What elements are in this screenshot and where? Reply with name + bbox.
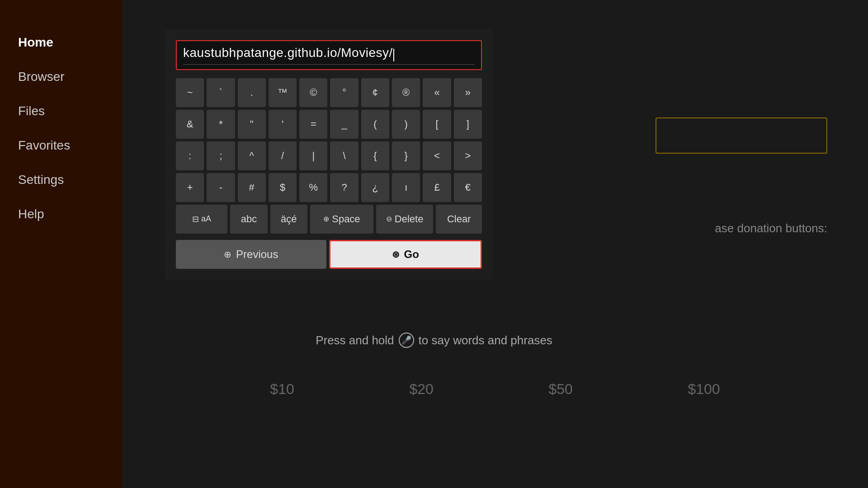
space-icon: ⊕ — [323, 215, 329, 223]
sidebar-item-home[interactable]: Home — [18, 27, 104, 58]
sidebar-item-settings[interactable]: Settings — [18, 164, 104, 195]
key-rbrace[interactable]: } — [392, 141, 420, 170]
key-slash[interactable]: / — [269, 141, 297, 170]
key-underscore[interactable]: _ — [330, 110, 358, 139]
key-lparen[interactable]: ( — [361, 110, 389, 139]
sidebar-item-help[interactable]: Help — [18, 199, 104, 230]
abc-key[interactable]: abc — [230, 205, 267, 234]
amount-100: $100 — [688, 381, 720, 398]
key-rbracket[interactable]: ] — [454, 110, 482, 139]
url-input-text: kaustubhpatange.github.io/Moviesy/ — [183, 46, 393, 60]
key-lbrace[interactable]: { — [361, 141, 389, 170]
url-input-container[interactable]: kaustubhpatange.github.io/Moviesy/ — [176, 40, 482, 70]
keyboard-area: ~ ` . ™ © ° ¢ ® « » & * " ' = _ ( ) [ ] … — [176, 78, 482, 269]
key-degree[interactable]: ° — [330, 78, 358, 107]
amount-20: $20 — [409, 381, 433, 398]
key-plus[interactable]: + — [176, 173, 204, 202]
keyboard-function-row: ⊟ aA abc äçé ⊕ Space ⊖ Delete Clear — [176, 205, 482, 234]
key-colon[interactable]: : — [176, 141, 204, 170]
donation-amounts: $10 $20 $50 $100 — [122, 381, 868, 398]
layout-switch-key[interactable]: ⊟ aA — [176, 205, 227, 234]
cursor — [393, 49, 394, 61]
mic-icon: 🎤 — [399, 333, 414, 348]
hint-box — [656, 117, 827, 154]
layout-label: aA — [201, 214, 211, 224]
key-guillemet-left[interactable]: « — [423, 78, 451, 107]
sidebar-item-browser[interactable]: Browser — [18, 61, 104, 92]
donate-text: ase donation buttons: — [715, 221, 827, 235]
abc-label: abc — [241, 213, 257, 225]
key-invquestion[interactable]: ¿ — [361, 173, 389, 202]
keyboard-row-2: & * " ' = _ ( ) [ ] — [176, 110, 482, 139]
key-period[interactable]: . — [238, 78, 266, 107]
space-key[interactable]: ⊕ Space — [310, 205, 373, 234]
key-copyright[interactable]: © — [299, 78, 327, 107]
key-ampersand[interactable]: & — [176, 110, 204, 139]
delete-label: Delete — [395, 213, 424, 225]
amount-10: $10 — [270, 381, 294, 398]
key-tm[interactable]: ™ — [269, 78, 297, 107]
key-hash[interactable]: # — [238, 173, 266, 202]
amount-50: $50 — [548, 381, 572, 398]
key-lt[interactable]: < — [423, 141, 451, 170]
hint-bar: Press and hold 🎤 to say words and phrase… — [0, 333, 868, 348]
key-pipe[interactable]: | — [299, 141, 327, 170]
keyboard-row-1: ~ ` . ™ © ° ¢ ® « » — [176, 78, 482, 107]
key-rparen[interactable]: ) — [392, 110, 420, 139]
go-button[interactable]: ⊛ Go — [329, 240, 482, 269]
go-icon: ⊛ — [392, 249, 400, 260]
key-euro[interactable]: € — [454, 173, 482, 202]
key-semicolon[interactable]: ; — [207, 141, 235, 170]
sidebar-item-favorites[interactable]: Favorites — [18, 130, 104, 161]
key-percent[interactable]: % — [299, 173, 327, 202]
key-equals[interactable]: = — [299, 110, 327, 139]
key-registered[interactable]: ® — [392, 78, 420, 107]
key-squote[interactable]: ' — [269, 110, 297, 139]
previous-icon: ⊕ — [224, 249, 231, 260]
sidebar: Home Browser Files Favorites Settings He… — [0, 0, 122, 488]
nav-row: ⊕ Previous ⊛ Go — [176, 240, 482, 269]
delete-key[interactable]: ⊖ Delete — [376, 205, 434, 234]
clear-key[interactable]: Clear — [436, 205, 481, 234]
key-backslash[interactable]: \ — [330, 141, 358, 170]
key-dollar[interactable]: $ — [269, 173, 297, 202]
key-dquote[interactable]: " — [238, 110, 266, 139]
key-caret[interactable]: ^ — [238, 141, 266, 170]
sidebar-item-files[interactable]: Files — [18, 96, 104, 127]
input-underline — [183, 64, 475, 65]
keyboard-dialog: kaustubhpatange.github.io/Moviesy/ ~ ` .… — [165, 29, 493, 280]
key-question[interactable]: ? — [330, 173, 358, 202]
space-label: Space — [332, 213, 360, 225]
special-label: äçé — [281, 213, 297, 225]
press-hold-text: Press and hold — [316, 333, 394, 347]
layout-icon: ⊟ — [192, 214, 199, 224]
delete-icon: ⊖ — [386, 215, 392, 223]
clear-label: Clear — [447, 213, 471, 225]
key-pound[interactable]: £ — [423, 173, 451, 202]
keyboard-row-4: + - # $ % ? ¿ ı £ € — [176, 173, 482, 202]
key-tilde[interactable]: ~ — [176, 78, 204, 107]
key-asterisk[interactable]: * — [207, 110, 235, 139]
key-minus[interactable]: - — [207, 173, 235, 202]
key-lbracket[interactable]: [ — [423, 110, 451, 139]
to-say-text: to say words and phrases — [419, 333, 552, 347]
special-chars-key[interactable]: äçé — [270, 205, 307, 234]
previous-label: Previous — [236, 248, 278, 261]
go-label: Go — [404, 248, 419, 261]
keyboard-row-3: : ; ^ / | \ { } < > — [176, 141, 482, 170]
key-cent[interactable]: ¢ — [361, 78, 389, 107]
previous-button[interactable]: ⊕ Previous — [176, 240, 326, 269]
key-gt[interactable]: > — [454, 141, 482, 170]
key-guillemet-right[interactable]: » — [454, 78, 482, 107]
key-dotless-i[interactable]: ı — [392, 173, 420, 202]
key-backtick[interactable]: ` — [207, 78, 235, 107]
